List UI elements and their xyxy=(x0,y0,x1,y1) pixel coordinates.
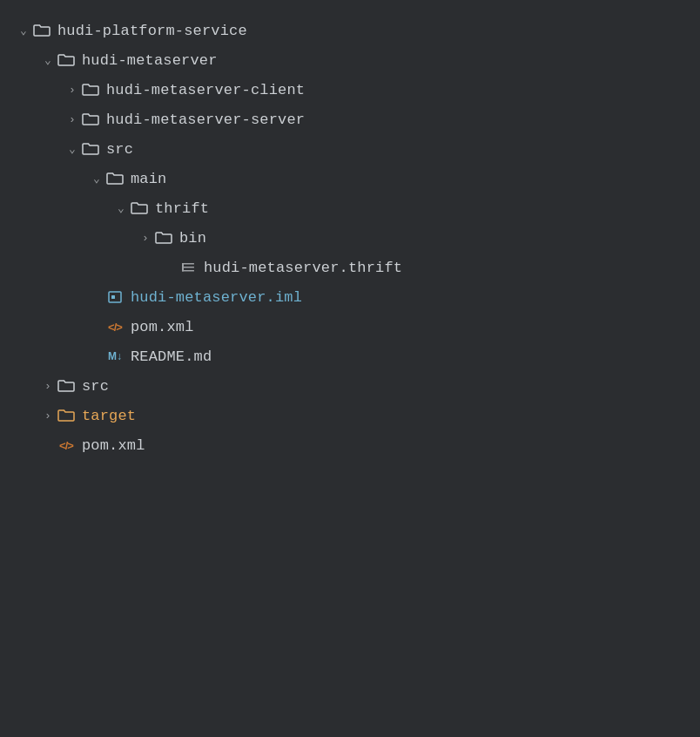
folder-icon xyxy=(80,141,101,157)
folder-icon xyxy=(153,230,174,246)
svg-rect-3 xyxy=(182,263,184,272)
svg-rect-1 xyxy=(182,267,194,268)
tree-item-label: main xyxy=(131,171,167,187)
file-tree: ⌄ hudi-platform-service⌄ hudi-metaserver… xyxy=(0,16,700,460)
chevron-down-icon: ⌄ xyxy=(64,142,80,156)
chevron-right-icon: › xyxy=(64,84,80,97)
tree-item-readme-md[interactable]: M↓README.md xyxy=(9,341,700,371)
folder-icon xyxy=(80,112,101,127)
tree-item-label: thrift xyxy=(155,200,209,217)
markdown-icon: M↓ xyxy=(104,350,125,362)
tree-item-label: pom.xml xyxy=(131,319,194,335)
folder-icon xyxy=(56,378,77,394)
tree-item-hudi-metaserver-thrift[interactable]: hudi-metaserver.thrift xyxy=(9,253,700,282)
folder-icon xyxy=(31,23,52,38)
tree-item-hudi-metaserver[interactable]: ⌄ hudi-metaserver xyxy=(9,45,700,75)
chevron-down-icon: ⌄ xyxy=(40,53,56,67)
tree-item-thrift[interactable]: ⌄ thrift xyxy=(9,193,700,223)
tree-item-label: hudi-metaserver xyxy=(82,52,218,69)
tree-item-label: pom.xml xyxy=(82,437,145,454)
xml-icon: </> xyxy=(104,321,125,334)
tree-item-label: README.md xyxy=(131,348,212,365)
tree-item-label: hudi-metaserver-client xyxy=(106,82,305,98)
tree-item-hudi-platform-service[interactable]: ⌄ hudi-platform-service xyxy=(9,16,700,45)
tree-item-target[interactable]: › target xyxy=(9,401,700,430)
tree-item-bin[interactable]: › bin xyxy=(9,223,700,253)
tree-item-label: hudi-metaserver.iml xyxy=(131,289,302,306)
tree-item-label: bin xyxy=(179,230,206,247)
chevron-down-icon: ⌄ xyxy=(16,24,31,37)
tree-item-label: src xyxy=(106,141,133,158)
folder-icon xyxy=(56,52,77,68)
tree-item-hudi-metaserver-server[interactable]: › hudi-metaserver-server xyxy=(9,105,700,134)
tree-item-label: hudi-metaserver-server xyxy=(106,112,305,128)
folder-icon xyxy=(80,82,101,98)
file-lines-icon xyxy=(178,260,199,275)
tree-item-src[interactable]: ⌄ src xyxy=(9,134,700,164)
tree-item-pom-xml-1[interactable]: </>pom.xml xyxy=(9,312,700,341)
chevron-down-icon: ⌄ xyxy=(89,172,104,186)
chevron-right-icon: › xyxy=(40,409,56,423)
iml-icon xyxy=(104,289,125,305)
tree-item-label: hudi-platform-service xyxy=(57,23,247,39)
chevron-down-icon: ⌄ xyxy=(113,201,129,215)
svg-rect-0 xyxy=(182,263,194,265)
tree-item-label: hudi-metaserver.thrift xyxy=(204,260,402,276)
folder-icon xyxy=(56,408,77,423)
tree-item-hudi-metaserver-client[interactable]: › hudi-metaserver-client xyxy=(9,75,700,105)
chevron-right-icon: › xyxy=(64,113,80,126)
chevron-right-icon: › xyxy=(138,232,153,245)
tree-item-label: src xyxy=(82,378,109,395)
tree-item-label: target xyxy=(82,408,136,424)
tree-item-src-2[interactable]: › src xyxy=(9,371,700,401)
folder-icon xyxy=(129,200,150,216)
folder-icon xyxy=(104,171,125,186)
tree-item-main[interactable]: ⌄ main xyxy=(9,164,700,193)
tree-item-pom-xml-2[interactable]: </>pom.xml xyxy=(9,430,700,460)
tree-item-hudi-metaserver-iml[interactable]: hudi-metaserver.iml xyxy=(9,282,700,312)
xml-icon: </> xyxy=(56,439,77,452)
svg-rect-5 xyxy=(111,295,115,299)
svg-rect-2 xyxy=(182,270,194,272)
chevron-right-icon: › xyxy=(40,380,56,393)
